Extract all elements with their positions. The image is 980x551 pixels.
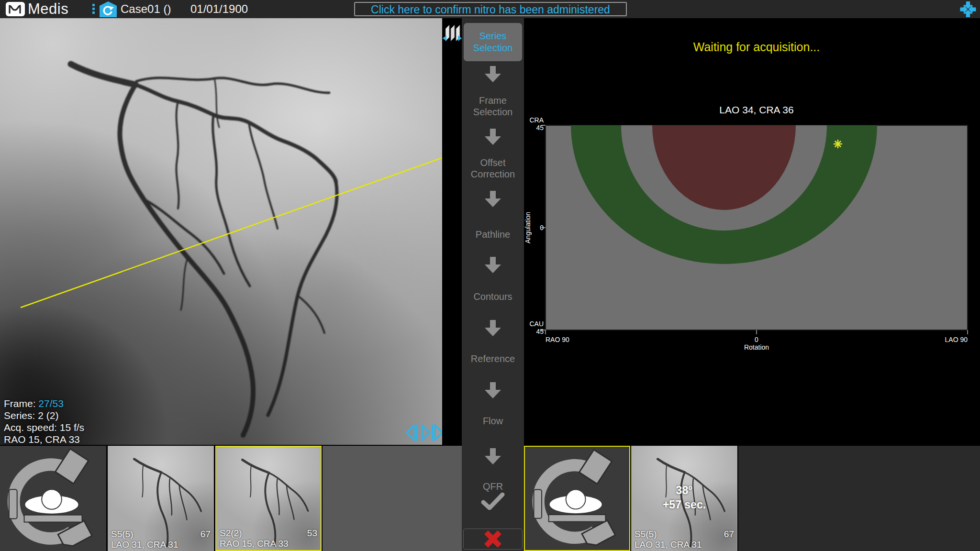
case-name: Case01 () xyxy=(121,0,171,18)
workflow-step-flow[interactable]: Flow xyxy=(462,415,524,427)
confirm-check-icon[interactable] xyxy=(480,493,505,510)
time-delta: +57 sec. xyxy=(631,497,737,512)
workflow-panel: Series Selection Frame Selection Offset … xyxy=(462,18,524,551)
menu-dots-icon[interactable] xyxy=(92,4,95,15)
study-date: 01/01/1900 xyxy=(190,0,248,18)
workflow-arrow-icon xyxy=(481,256,504,274)
y-axis-title: Angulation xyxy=(524,212,532,243)
x-axis-title: Rotation xyxy=(744,343,769,351)
thumb-series-id: S5(5) xyxy=(111,529,133,540)
acquisition-status: Waiting for acquisition... xyxy=(546,40,968,54)
workflow-arrow-icon xyxy=(481,448,504,465)
series-stack-icon[interactable] xyxy=(443,22,462,46)
workflow-step-pathline[interactable]: Pathline xyxy=(462,229,524,240)
confirm-nitro-button[interactable]: Click here to confirm nitro has been adm… xyxy=(354,2,627,16)
viewer-overlay-info: Frame: 27/53 Series: 2 (2) Acq. speed: 1… xyxy=(4,397,84,445)
frame-value: 27/53 xyxy=(38,398,64,409)
thumb-frame-count: 67 xyxy=(724,529,734,540)
acq-speed: Acq. speed: 15 f/s xyxy=(4,421,84,433)
step-back-icon[interactable] xyxy=(407,425,416,440)
medis-logo-icon xyxy=(6,2,25,16)
workflow-step-frame-selection[interactable]: Frame Selection xyxy=(462,95,524,118)
rotation-angulation-chart: CRA 45 0 CAU 45 Angulation RAO 90 0 Rota… xyxy=(524,117,980,356)
case-icon[interactable] xyxy=(100,1,117,17)
c-arm-live-cell[interactable] xyxy=(0,446,106,551)
rotation-delta: 38° xyxy=(631,483,737,497)
workflow-arrow-icon xyxy=(481,382,504,399)
acquisition-panel: Waiting for acquisition... LAO 34, CRA 3… xyxy=(524,18,980,445)
frame-label: Frame: xyxy=(4,398,36,409)
x-min-label: RAO 90 xyxy=(546,336,569,343)
current-position-asterisk xyxy=(834,140,842,148)
x-mid-label: 0 xyxy=(755,336,758,343)
thumbnail-series-s2-selected[interactable]: S2(2) 53 RAO 15, CRA 33 xyxy=(215,446,322,551)
workflow-step-contours[interactable]: Contours xyxy=(462,291,524,302)
workflow-step-qfr[interactable]: QFR xyxy=(462,481,524,492)
playback-controls xyxy=(404,423,442,443)
x-max-label: LAO 90 xyxy=(945,336,968,343)
top-bar: Medis Case01 () 01/01/1900 Click here to… xyxy=(0,0,980,18)
cancel-button[interactable] xyxy=(463,529,523,550)
angiogram-viewport[interactable]: Frame: 27/53 Series: 2 (2) Acq. speed: 1… xyxy=(0,18,442,445)
thumbnail-series-s5[interactable]: S5(5) 67 LAO 31, CRA 31 xyxy=(108,446,214,551)
series-info: Series: 2 (2) xyxy=(4,409,84,421)
y-min-label-2: 45 xyxy=(536,328,544,335)
c-arm-gantry-icon xyxy=(0,446,106,551)
brand-name: Medis xyxy=(28,0,68,18)
application-window: Medis Case01 () 01/01/1900 Click here to… xyxy=(0,0,980,551)
workflow-step-offset-correction[interactable]: Offset Correction xyxy=(462,157,524,180)
thumb-frame-count: 67 xyxy=(200,529,211,540)
projection-angles: RAO 15, CRA 33 xyxy=(4,433,84,445)
workflow-step-reference[interactable]: Reference xyxy=(462,353,524,364)
thumb-series-id: S5(5) xyxy=(635,529,657,540)
y-min-label-1: CAU xyxy=(529,320,544,328)
thumb-projection: LAO 31, CRA 31 xyxy=(635,540,702,550)
red-cross-icon xyxy=(483,530,502,548)
thumbnail-strip-filler-right xyxy=(738,446,980,551)
workflow-step-series-selection[interactable]: Series Selection xyxy=(464,23,522,61)
thumbnail-strip-filler xyxy=(323,446,462,551)
xray-image xyxy=(0,18,442,445)
workflow-arrow-icon xyxy=(481,66,504,83)
y-mid-label: 0 xyxy=(540,224,544,231)
c-arm-gantry-icon xyxy=(525,447,629,550)
thumb-frame-count: 53 xyxy=(307,528,317,539)
chart-title: LAO 34, CRA 36 xyxy=(546,104,968,116)
gantry-delta-overlay: 38° +57 sec. xyxy=(631,483,737,512)
thumb-projection: RAO 15, CRA 33 xyxy=(220,539,289,549)
workflow-arrow-icon xyxy=(481,128,504,145)
thumbnail-series-s5-right[interactable]: 38° +57 sec. S5(5) 67 LAO 31, CRA 31 xyxy=(631,446,737,551)
y-max-label-1: CRA xyxy=(529,117,544,124)
step-forward-icon[interactable] xyxy=(433,425,442,440)
workflow-arrow-icon xyxy=(481,320,504,337)
viewer-side-strip xyxy=(442,18,462,445)
workflow-arrow-icon xyxy=(481,190,504,208)
c-arm-position-cell-selected[interactable] xyxy=(524,446,630,551)
thumb-series-id: S2(2) xyxy=(220,528,242,539)
collapse-arrows-icon[interactable] xyxy=(959,1,977,17)
play-icon[interactable] xyxy=(422,425,430,440)
thumb-projection: LAO 31, CRA 31 xyxy=(111,540,178,550)
y-max-label-2: 45 xyxy=(536,124,544,132)
